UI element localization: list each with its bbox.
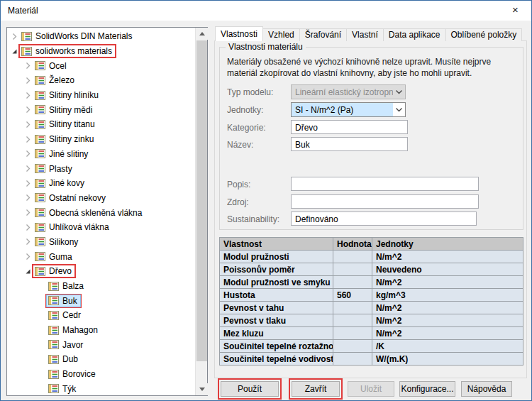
tree-item-jine-kovy[interactable]: Jiné kovy <box>7 176 195 191</box>
sustainability-input[interactable]: Definováno <box>291 212 477 226</box>
tree-item-jine-slitiny[interactable]: Jiné slitiny <box>7 147 195 162</box>
tab-srafovani[interactable]: Šrafování <box>299 28 347 41</box>
tree-item-dub[interactable]: Dub <box>7 352 195 367</box>
tree-item-plasty[interactable]: Plasty <box>7 161 195 176</box>
material-library-icon <box>35 208 45 217</box>
expand-chevron-icon[interactable] <box>23 238 32 246</box>
expand-chevron-icon[interactable] <box>23 76 32 84</box>
tree-item-slitiny-titanu[interactable]: Slitiny titanu <box>7 117 195 132</box>
tree-item-slitiny-medi[interactable]: Slitiny mědi <box>7 102 195 117</box>
description-input[interactable] <box>291 177 479 191</box>
expand-chevron-icon[interactable] <box>23 62 32 70</box>
expander-spacer <box>37 355 45 363</box>
collapse-chevron-icon[interactable] <box>23 267 32 275</box>
expand-chevron-icon[interactable] <box>23 135 32 143</box>
tree-item-mahagon[interactable]: Mahagon <box>7 323 195 338</box>
tree-item-drevo[interactable]: Dřevo <box>7 264 195 279</box>
configurations-button[interactable]: Konfigurace... <box>399 381 455 397</box>
prop-table-body: Modul pružnostiN/m^2Poissonův poměrNeuve… <box>220 251 523 366</box>
tree-item-solidworks-materials[interactable]: solidworks materials <box>7 44 195 59</box>
table-row-poissonuv-pomer: Poissonův poměrNeuvedeno <box>220 263 523 276</box>
expand-chevron-icon[interactable] <box>23 223 32 231</box>
material-library-icon <box>35 223 45 232</box>
expand-chevron-icon[interactable] <box>10 32 18 40</box>
expand-chevron-icon[interactable] <box>23 91 32 99</box>
category-label: Kategorie: <box>227 123 266 133</box>
materials-tree: SolidWorks DIN Materialssolidworks mater… <box>7 28 195 395</box>
expander-spacer <box>37 326 45 334</box>
chevron-down-icon <box>393 85 405 99</box>
tree-item-label: Dřevo <box>49 266 72 276</box>
tree-item-buk[interactable]: Buk <box>7 293 195 308</box>
prop-table-head-row: VlastnostHodnotaJednotky <box>220 238 523 251</box>
collapse-chevron-icon[interactable] <box>10 47 18 55</box>
tree-item-obecna-sklenena-vlakna[interactable]: Obecná skleněná vlákna <box>7 205 195 220</box>
tree-item-label: Železo <box>49 75 74 85</box>
units-cell: N/m^2 <box>372 314 523 327</box>
property-cell: Mez kluzu <box>220 327 333 340</box>
tree-item-javor[interactable]: Javor <box>7 337 195 352</box>
tree-item-slitiny-hliniku[interactable]: Slitiny hliníku <box>7 88 195 103</box>
tree-item-box: Slitiny hliníku <box>33 89 101 101</box>
tab-vzhled[interactable]: Vzhled <box>262 28 300 41</box>
expand-chevron-icon[interactable] <box>23 120 32 128</box>
tree-item-box: Javor <box>47 339 86 351</box>
tree-item-box: SolidWorks DIN Materials <box>20 31 135 42</box>
scroll-up-icon[interactable] <box>196 28 208 40</box>
tree-item-box: Balza <box>47 280 87 292</box>
chevron-down-icon[interactable] <box>393 103 405 116</box>
property-cell: Modul pružnosti ve smyku <box>220 276 333 289</box>
tree-item-silikony[interactable]: Silikony <box>7 235 195 250</box>
close-icon[interactable]: × <box>499 1 531 21</box>
expander-spacer <box>37 341 45 349</box>
close-button[interactable]: Zavřít <box>292 381 340 397</box>
material-library-icon <box>35 91 45 100</box>
units-cell: N/m^2 <box>372 327 523 340</box>
material-library-icon <box>35 135 45 144</box>
expand-chevron-icon[interactable] <box>23 165 32 173</box>
tab-data-aplikace[interactable]: Data aplikace <box>383 28 446 41</box>
expand-chevron-icon[interactable] <box>23 253 32 261</box>
tree-item-guma[interactable]: Guma <box>7 249 195 264</box>
tree-item-balza[interactable]: Balza <box>7 279 195 294</box>
table-row-pevnost-v-tahu: Pevnost v tahuN/m^2 <box>220 302 523 314</box>
tree-item-cedr[interactable]: Cedr <box>7 308 195 323</box>
units-select[interactable]: SI - N/m^2 (Pa) <box>291 102 406 117</box>
tab-vlastnosti[interactable]: Vlastnosti <box>215 26 263 41</box>
material-library-icon <box>35 179 45 188</box>
tree-scrollbar[interactable] <box>195 28 207 395</box>
expand-chevron-icon[interactable] <box>23 179 32 187</box>
tree-item-ocel[interactable]: Ocel <box>7 58 195 73</box>
apply-button[interactable]: Použít <box>221 381 279 397</box>
material-library-icon <box>48 370 59 379</box>
tree-item-slitiny-zinku[interactable]: Slitiny zinku <box>7 132 195 147</box>
tree-item-label: Slitiny titanu <box>49 119 95 129</box>
help-button[interactable]: Nápověda <box>461 381 512 397</box>
tree-item-uhlikova-vlakna[interactable]: Uhlíková vlákna <box>7 220 195 235</box>
expander-spacer <box>37 297 45 305</box>
units-cell: N/m^2 <box>372 251 523 263</box>
material-properties-group: Vlastnosti materiálu Materiály obsažené … <box>219 47 523 230</box>
expand-chevron-icon[interactable] <box>23 194 32 202</box>
tree-item-box: Slitiny titanu <box>33 119 98 130</box>
tree-item-ostatni-nekovy[interactable]: Ostatní nekovy <box>7 191 195 206</box>
name-input[interactable]: Buk <box>291 137 408 151</box>
material-library-icon <box>35 149 45 158</box>
tree-item-box: Borovice <box>47 368 99 380</box>
tree-item-zelezo[interactable]: Železo <box>7 73 195 88</box>
tab-vlastni[interactable]: Vlastní <box>346 28 384 41</box>
material-library-icon <box>21 47 32 56</box>
source-input[interactable] <box>291 194 479 209</box>
tab-oblibene-polozky[interactable]: Oblíbené položky <box>445 28 523 41</box>
expand-chevron-icon[interactable] <box>23 106 32 114</box>
scrollbar-thumb[interactable] <box>196 40 207 361</box>
tree-item-box: Železo <box>33 75 77 86</box>
table-row-hustota: Hustota560kg/m^3 <box>220 289 523 302</box>
description-label: Popis: <box>227 180 250 189</box>
tree-item-solidworks-din-materials[interactable]: SolidWorks DIN Materials <box>7 29 195 44</box>
expand-chevron-icon[interactable] <box>23 150 32 158</box>
physical-properties-table: VlastnostHodnotaJednotky Modul pružnosti… <box>219 237 523 366</box>
category-input[interactable]: Dřevo <box>291 120 408 134</box>
tree-item-borovice[interactable]: Borovice <box>7 367 195 382</box>
expand-chevron-icon[interactable] <box>23 209 32 217</box>
